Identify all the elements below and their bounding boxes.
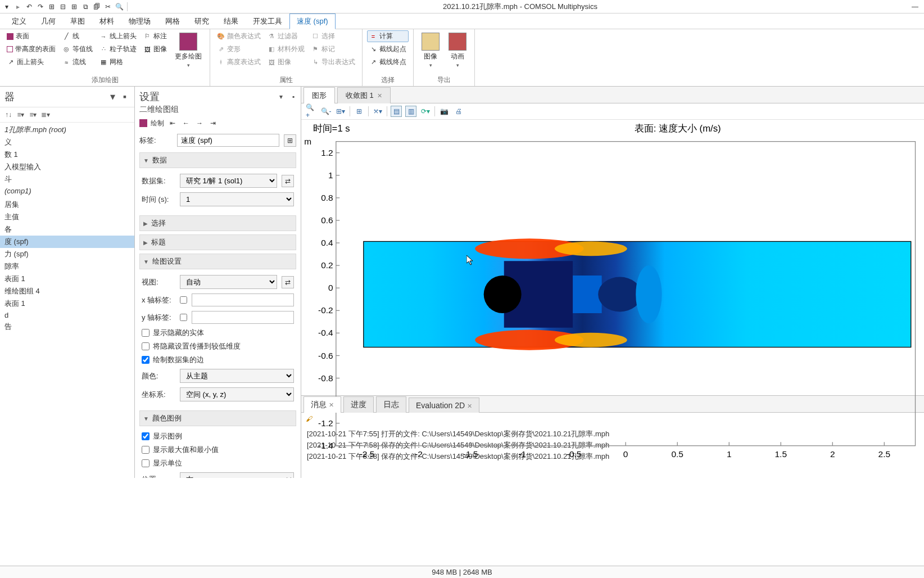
menu-tab-velocity[interactable]: 速度 (spf) (289, 13, 336, 29)
section-legend-header[interactable]: ▼颜色图例 (139, 410, 296, 426)
tree-body[interactable]: 1孔隙率.mph (root)义数 1入模型输入斗(comp1)居集主值各度 (… (0, 123, 134, 478)
settings-body[interactable]: 标签: ⊞ ▼数据 数据集: 研究 1/解 1 (sol1) ⇄ 时间 (s):… (135, 132, 301, 478)
plot-button-icon[interactable] (139, 119, 147, 127)
rb-particle[interactable]: ∴粒子轨迹 (97, 43, 139, 55)
rb-linearrow[interactable]: →线上箭头 (97, 30, 139, 42)
view-select[interactable]: 自动 (180, 275, 277, 289)
nav-next-icon[interactable]: → (194, 118, 205, 128)
view1-icon[interactable]: ▤ (391, 106, 402, 117)
rb-stream[interactable]: ≈流线 (60, 56, 95, 68)
tree-node[interactable]: d (0, 310, 134, 320)
tree-node[interactable]: 斗 (0, 173, 134, 186)
rb-anim[interactable]: 动画 ▾ (445, 30, 470, 74)
tree-collapse-icon[interactable]: ▾ (107, 92, 117, 102)
dataset-select[interactable]: 研究 1/解 1 (sol1) (180, 174, 277, 188)
tree-tb-4[interactable]: ≣▾ (40, 110, 51, 120)
zoom-box-icon[interactable]: ⊞▾ (335, 106, 346, 117)
tree-close-icon[interactable]: ▪ (120, 92, 130, 102)
nav-first-icon[interactable]: ⇤ (167, 118, 178, 128)
rb-image-export[interactable]: 图像 ▾ (418, 30, 443, 74)
time-select[interactable]: 1 (180, 192, 294, 206)
tree-node[interactable]: (comp1) (0, 186, 134, 196)
undo-icon[interactable]: ↶ (25, 2, 34, 11)
tree-node[interactable]: 度 (spf) (0, 236, 134, 248)
tree-node[interactable]: 数 1 (0, 148, 134, 161)
btm-tab-log[interactable]: 日志 (376, 396, 406, 413)
rb-compute[interactable]: =计算 (367, 30, 409, 42)
plot-button[interactable]: 绘制 (151, 119, 164, 128)
gfx-tab-graphics[interactable]: 图形 (304, 87, 335, 103)
minimize-icon[interactable]: — (912, 3, 918, 11)
copy-icon[interactable]: ⊞ (47, 2, 56, 11)
tree-node[interactable]: 力 (spf) (0, 248, 134, 260)
qat-btn-10[interactable]: 🔍 (115, 2, 124, 11)
run-icon[interactable]: ▸ (13, 2, 22, 11)
tree-node[interactable]: 义 (0, 136, 134, 148)
menu-tab-material[interactable]: 材料 (92, 13, 121, 29)
tree-tb-1[interactable]: ↑↓ (3, 110, 13, 120)
rb-heightsurf[interactable]: 带高度的表面 (4, 43, 58, 55)
menu-tab-definitions[interactable]: 定义 (4, 13, 34, 29)
section-data-header[interactable]: ▼数据 (139, 152, 296, 168)
qat-btn-6[interactable]: ⊞ (70, 2, 79, 11)
coord-select[interactable]: 空间 (x, y, z) (180, 387, 294, 401)
close-icon[interactable]: ✕ (467, 403, 472, 409)
paste-icon[interactable]: ⊟ (58, 2, 67, 11)
gfx-tab-convergence[interactable]: 收敛图 1✕ (337, 87, 391, 103)
tree-node[interactable]: 1孔隙率.mph (root) (0, 124, 134, 136)
menu-tab-results[interactable]: 结果 (216, 13, 246, 29)
label-link-icon[interactable]: ⊞ (284, 134, 296, 147)
btm-tab-eval[interactable]: Evaluation 2D✕ (409, 398, 479, 413)
tree-node[interactable]: 入模型输入 (0, 161, 134, 173)
rb-cutstart[interactable]: ↘截线起点 (367, 43, 409, 55)
redo-icon[interactable]: ↷ (36, 2, 45, 11)
pos-select[interactable]: 右 (180, 472, 294, 478)
rb-contour[interactable]: ◎等值线 (60, 43, 95, 55)
tree-node[interactable]: 各 (0, 223, 134, 236)
qat-btn-7[interactable]: ⧉ (81, 2, 90, 11)
chk-minmax[interactable] (142, 446, 150, 454)
tree-tb-3[interactable]: ≡▾ (28, 110, 38, 120)
graphics-plot[interactable]: 时间=1 s 表面: 速度大小 (m/s) m -1.4-1.2-1-0.8-0… (301, 120, 924, 395)
yaxis-check[interactable] (180, 314, 187, 321)
dataset-link-icon[interactable]: ⇄ (282, 175, 294, 187)
color-select[interactable]: 从主题 (180, 369, 294, 383)
menu-tab-developer[interactable]: 开发工具 (246, 13, 289, 29)
menu-tab-geometry[interactable]: 几何 (34, 13, 63, 29)
qat-dropdown-icon[interactable]: ▾ (2, 2, 11, 11)
grid-icon[interactable]: ⊞ (354, 106, 365, 117)
btm-tab-progress[interactable]: 进度 (343, 396, 374, 413)
tree-node[interactable]: 维绘图组 4 (0, 285, 134, 297)
rb-annot[interactable]: ⚐标注 (141, 30, 169, 42)
chk-unit[interactable] (142, 459, 150, 467)
rb-surface[interactable]: 表面 (4, 30, 58, 42)
chk-edges[interactable] (142, 356, 150, 364)
rb-cutend[interactable]: ↗截线终点 (367, 56, 409, 68)
section-sel-header[interactable]: ▶选择 (139, 215, 296, 231)
close-icon[interactable]: ✕ (329, 401, 334, 408)
menu-tab-physics[interactable]: 物理场 (121, 13, 158, 29)
settings-min-icon[interactable]: ▾ (276, 92, 286, 102)
chk-showleg[interactable] (142, 432, 150, 440)
rb-mesh[interactable]: ▦网格 (97, 56, 139, 68)
btm-tab-messages[interactable]: 消息✕ (304, 396, 341, 413)
axes-icon[interactable]: ⤧▾ (372, 106, 383, 117)
nav-last-icon[interactable]: ⇥ (208, 118, 218, 128)
rb-line[interactable]: ╱线 (60, 30, 95, 42)
label-input[interactable] (177, 134, 279, 147)
close-icon[interactable]: ✕ (377, 92, 382, 99)
section-plotset-header[interactable]: ▼绘图设置 (139, 254, 296, 269)
chk-propagate[interactable] (142, 342, 150, 350)
zoom-out-icon[interactable]: 🔍- (320, 106, 332, 117)
rb-facearrow[interactable]: ↗面上箭头 (4, 56, 58, 68)
menu-tab-study[interactable]: 研究 (187, 13, 216, 29)
tree-node[interactable]: 主值 (0, 211, 134, 223)
section-title-header[interactable]: ▶标题 (139, 234, 296, 250)
rb-image[interactable]: 🖼图像 (141, 43, 169, 55)
tree-node[interactable]: 表面 1 (0, 297, 134, 310)
menu-tab-mesh[interactable]: 网格 (158, 13, 187, 29)
nav-prev-icon[interactable]: ← (181, 118, 191, 128)
chk-hidden[interactable] (142, 329, 150, 337)
tree-tb-2[interactable]: ≡▾ (16, 110, 26, 120)
settings-close-icon[interactable]: ▪ (288, 92, 298, 102)
